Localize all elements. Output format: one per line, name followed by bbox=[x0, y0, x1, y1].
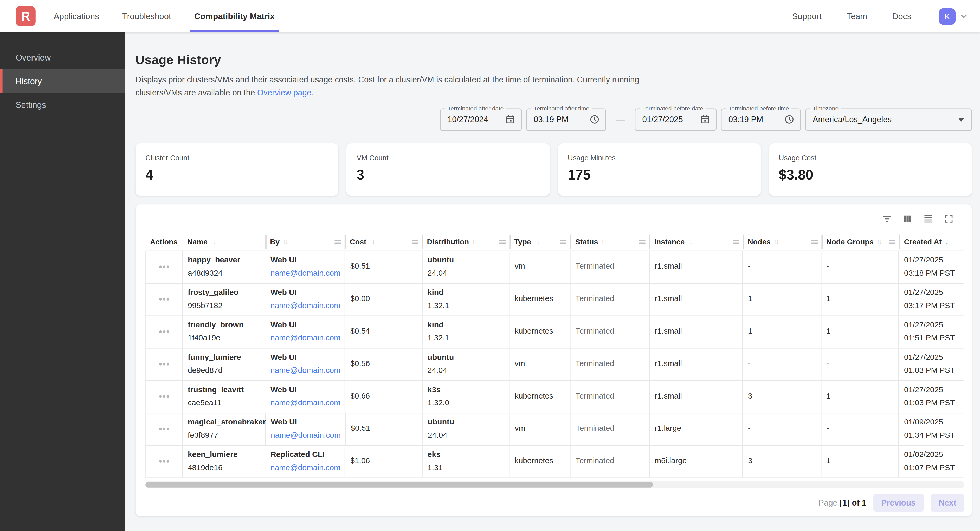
avatar[interactable]: K bbox=[939, 8, 956, 25]
created-by-email-link[interactable]: name@domain.com bbox=[270, 301, 340, 311]
type-value: kubernetes bbox=[515, 327, 565, 337]
nav-tab-compatibility-matrix[interactable]: Compatibility Matrix bbox=[193, 0, 276, 32]
brand-logo[interactable]: R bbox=[16, 6, 36, 26]
column-header-created_at[interactable]: Created At ↓ bbox=[899, 233, 964, 250]
row-actions-button[interactable] bbox=[157, 458, 172, 465]
by-cell: Web UI name@domain.com bbox=[266, 349, 345, 380]
sidebar-item-overview[interactable]: Overview bbox=[0, 46, 125, 69]
timezone-value[interactable]: America/Los_Angeles bbox=[813, 115, 958, 124]
created-by-email-link[interactable]: name@domain.com bbox=[270, 268, 340, 278]
sort-arrows-icon[interactable]: ↑↓ bbox=[534, 238, 539, 245]
terminated-after-time-field[interactable]: Terminated after time 03:19 PM bbox=[526, 108, 606, 131]
sort-arrows-icon[interactable]: ↑↓ bbox=[601, 238, 606, 245]
by-cell: Web UI name@domain.com bbox=[266, 251, 345, 283]
column-resize-handle[interactable] bbox=[811, 240, 818, 243]
column-resize-handle[interactable] bbox=[889, 240, 895, 243]
terminated-after-date-field[interactable]: Terminated after date 10/27/2024 bbox=[440, 108, 522, 131]
clock-icon[interactable] bbox=[784, 114, 795, 125]
created-by-email-link[interactable]: name@domain.com bbox=[270, 333, 340, 343]
fullscreen-icon[interactable] bbox=[943, 213, 954, 224]
stat-value: 3 bbox=[356, 167, 540, 183]
created-by-email-link[interactable]: name@domain.com bbox=[270, 398, 340, 408]
chevron-down-icon bbox=[959, 11, 969, 21]
sidebar-item-settings[interactable]: Settings bbox=[0, 93, 125, 117]
column-resize-handle[interactable] bbox=[499, 240, 505, 243]
created-by-email-link[interactable]: name@domain.com bbox=[270, 463, 340, 473]
next-page-button[interactable]: Next bbox=[931, 494, 964, 512]
column-header-cost[interactable]: Cost ↑↓ bbox=[345, 233, 422, 250]
row-actions-button[interactable] bbox=[157, 328, 172, 335]
type-cell: vm bbox=[509, 349, 570, 380]
column-resize-handle[interactable] bbox=[335, 240, 341, 243]
cluster-name: friendly_brown bbox=[188, 320, 260, 330]
calendar-icon[interactable] bbox=[700, 114, 710, 125]
column-header-distribution[interactable]: Distribution ↑↓ bbox=[422, 233, 509, 250]
created-time: 01:34 PM PST bbox=[904, 430, 959, 440]
sidebar-item-history[interactable]: History bbox=[0, 69, 125, 93]
sort-arrows-icon[interactable]: ↑↓ bbox=[877, 238, 882, 245]
row-actions-button[interactable] bbox=[157, 426, 172, 433]
column-resize-handle[interactable] bbox=[560, 240, 566, 243]
sort-arrows-icon[interactable]: ↑↓ bbox=[369, 238, 374, 245]
terminated-after-time-value[interactable]: 03:19 PM bbox=[534, 115, 589, 124]
column-header-type[interactable]: Type ↑↓ bbox=[509, 233, 570, 250]
previous-page-button[interactable]: Previous bbox=[873, 494, 924, 512]
account-menu[interactable]: K bbox=[939, 8, 969, 25]
filter-icon[interactable] bbox=[881, 213, 892, 224]
column-header-status[interactable]: Status ↑↓ bbox=[570, 233, 649, 250]
terminated-before-time-value[interactable]: 03:19 PM bbox=[729, 115, 784, 124]
sort-arrows-icon[interactable]: ↑↓ bbox=[688, 238, 693, 245]
column-header-node_groups[interactable]: Node Groups ↑↓ bbox=[821, 233, 899, 250]
nav-link-team[interactable]: Team bbox=[846, 11, 867, 21]
cost-value: $0.00 bbox=[350, 294, 417, 304]
by-cell: Web UI name@domain.com bbox=[266, 413, 346, 445]
terminated-before-date-value[interactable]: 01/27/2025 bbox=[643, 115, 700, 124]
status-value: Terminated bbox=[576, 457, 644, 466]
type-value: kubernetes bbox=[515, 392, 565, 402]
clock-icon[interactable] bbox=[589, 114, 600, 125]
created-by-email-link[interactable]: name@domain.com bbox=[270, 366, 340, 376]
timezone-select[interactable]: Timezone America/Los_Angeles bbox=[805, 108, 972, 131]
sorted-desc-icon[interactable]: ↓ bbox=[945, 237, 949, 246]
column-resize-handle[interactable] bbox=[412, 240, 418, 243]
name-cell: frosty_galileo 995b7182 bbox=[183, 284, 266, 315]
nav-tab-troubleshoot[interactable]: Troubleshoot bbox=[121, 0, 172, 32]
overview-page-link[interactable]: Overview page bbox=[257, 88, 311, 97]
nav-tab-applications[interactable]: Applications bbox=[52, 0, 100, 32]
row-actions-button[interactable] bbox=[157, 263, 172, 271]
terminated-before-time-field[interactable]: Terminated before time 03:19 PM bbox=[721, 108, 801, 131]
instance-cell: r1.small bbox=[650, 349, 743, 380]
page-indicator: Page [1] of 1 bbox=[818, 498, 866, 507]
column-header-nodes[interactable]: Nodes ↑↓ bbox=[743, 233, 821, 250]
cluster-name: frosty_galileo bbox=[188, 288, 260, 298]
terminated-before-date-field[interactable]: Terminated before date 01/27/2025 bbox=[635, 108, 716, 131]
column-separator bbox=[422, 234, 423, 249]
column-header-by[interactable]: By ↑↓ bbox=[265, 233, 345, 250]
density-icon[interactable] bbox=[923, 213, 934, 224]
nodes-value: - bbox=[748, 359, 816, 369]
column-resize-handle[interactable] bbox=[733, 240, 739, 243]
node-groups-cell: 1 bbox=[821, 284, 899, 315]
row-actions-button[interactable] bbox=[157, 393, 172, 400]
row-actions-button[interactable] bbox=[157, 296, 172, 303]
calendar-icon[interactable] bbox=[505, 114, 516, 125]
scrollbar-thumb[interactable] bbox=[145, 482, 653, 487]
column-header-instance[interactable]: Instance ↑↓ bbox=[649, 233, 743, 250]
node-groups-cell: - bbox=[821, 349, 899, 380]
instance-cell: r1.small bbox=[650, 380, 743, 412]
nav-link-docs[interactable]: Docs bbox=[892, 11, 912, 21]
column-header-name[interactable]: Name ↑↓ bbox=[182, 233, 265, 250]
sort-arrows-icon[interactable]: ↑↓ bbox=[774, 238, 779, 245]
column-resize-handle[interactable] bbox=[639, 240, 646, 243]
terminated-after-date-value[interactable]: 10/27/2024 bbox=[448, 115, 505, 124]
nav-link-support[interactable]: Support bbox=[792, 11, 822, 21]
row-actions-button[interactable] bbox=[157, 361, 172, 368]
sort-arrows-icon[interactable]: ↑↓ bbox=[283, 238, 288, 245]
column-header-actions[interactable]: Actions bbox=[145, 233, 182, 250]
created-by-email-link[interactable]: name@domain.com bbox=[271, 430, 340, 440]
type-cell: vm bbox=[510, 413, 571, 445]
columns-icon[interactable] bbox=[902, 213, 913, 224]
sort-arrows-icon[interactable]: ↑↓ bbox=[472, 238, 477, 245]
node-groups-value: - bbox=[826, 262, 893, 272]
sort-arrows-icon[interactable]: ↑↓ bbox=[211, 238, 216, 245]
